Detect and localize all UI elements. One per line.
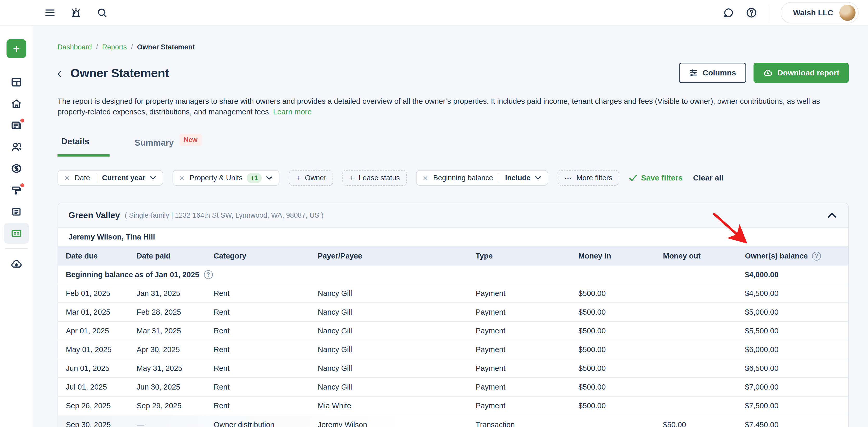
col-date-paid[interactable]: Date paid [136, 252, 214, 260]
document-icon [11, 206, 22, 218]
cell-date-paid: May 31, 2025 [136, 364, 214, 373]
cell-category: Rent [214, 383, 318, 391]
filter-beginning-balance[interactable]: × Beginning balance Include [416, 170, 548, 186]
alerts-siren-icon[interactable] [70, 7, 82, 19]
tab-summary[interactable]: SummaryNew [134, 138, 202, 156]
cell-category: Rent [214, 308, 318, 317]
filters-bar: × Date Current year × Property & Units +… [58, 170, 849, 186]
col-money-out[interactable]: Money out [663, 252, 745, 260]
cell-date-paid: Mar 31, 2025 [136, 327, 214, 335]
col-money-in[interactable]: Money in [579, 252, 663, 260]
cell-type: Payment [476, 289, 579, 298]
chip-divider [499, 173, 499, 182]
more-filters-button[interactable]: ⋯ More filters [558, 170, 619, 186]
cell-category: Rent [214, 346, 318, 354]
table-row[interactable]: Sep 26, 2025 Sep 29, 2025 Rent Mia White… [58, 397, 848, 415]
chat-icon[interactable] [723, 7, 734, 19]
cell-date-paid: Feb 28, 2025 [136, 308, 214, 317]
property-header[interactable]: Green Valley ( Single-family | 1232 164t… [58, 203, 848, 228]
table-row[interactable]: Feb 01, 2025 Jan 31, 2025 Rent Nancy Gil… [58, 284, 848, 303]
cell-balance: $7,500.00 [745, 401, 848, 410]
filter-property-units[interactable]: × Property & Units +1 [173, 170, 279, 186]
sidebar-item-downloads[interactable] [4, 253, 29, 274]
col-date-due[interactable]: Date due [66, 252, 136, 260]
table-header-row: Date due Date paid Category Payer/Payee … [58, 247, 848, 265]
col-payer-payee[interactable]: Payer/Payee [318, 252, 476, 260]
home-icon [10, 98, 22, 110]
cell-type: Payment [476, 383, 579, 391]
tab-details[interactable]: Details [58, 136, 110, 157]
hamburger-menu-icon[interactable] [44, 7, 56, 19]
collapse-button[interactable] [826, 209, 838, 221]
cell-balance: $4,500.00 [745, 289, 848, 298]
back-button[interactable]: ‹ [58, 65, 61, 80]
filter-date-value: Current year [102, 174, 146, 182]
more-filters-label: More filters [576, 174, 612, 182]
chip-divider [96, 173, 96, 182]
remove-filter-icon[interactable]: × [64, 173, 69, 182]
sidebar-item-documents[interactable] [4, 201, 29, 222]
property-name: Green Valley [68, 210, 120, 220]
col-type[interactable]: Type [476, 252, 579, 260]
table-row[interactable]: Apr 01, 2025 Mar 31, 2025 Rent Nancy Gil… [58, 322, 848, 340]
filter-property-count-badge: +1 [247, 173, 262, 183]
sidebar-item-reports[interactable] [4, 223, 29, 244]
cell-date-due: Sep 26, 2025 [66, 401, 136, 410]
check-icon [629, 174, 638, 182]
sidebar-item-maintenance[interactable] [4, 179, 29, 201]
col-owners-balance[interactable]: Owner(s) balance ? [745, 252, 848, 261]
cell-balance: $7,450.00 [745, 421, 848, 427]
filter-date[interactable]: × Date Current year [58, 170, 163, 186]
search-icon[interactable] [96, 7, 108, 19]
breadcrumb-dashboard[interactable]: Dashboard [58, 43, 92, 51]
beginning-balance-help-icon[interactable]: ? [204, 270, 213, 279]
chevron-up-icon [827, 212, 837, 219]
description-text: The report is designed for property mana… [58, 97, 820, 116]
cell-payer: Mia White [318, 401, 476, 410]
learn-more-link[interactable]: Learn more [273, 108, 312, 116]
sidebar-item-news[interactable] [4, 114, 29, 136]
beginning-balance-label: Beginning balance as of Jan 01, 2025 [66, 270, 199, 279]
chevron-down-icon [535, 176, 541, 180]
remove-filter-icon[interactable]: × [423, 173, 428, 182]
cell-type: Payment [476, 346, 579, 354]
account-menu[interactable]: Walsh LLC [781, 2, 859, 24]
sidebar-divider [5, 248, 28, 249]
page-title: Owner Statement [70, 66, 169, 80]
chevron-down-icon [150, 176, 156, 180]
cell-date-due: Jul 01, 2025 [66, 383, 136, 391]
download-button-label: Download report [777, 68, 839, 77]
cell-category: Rent [214, 289, 318, 298]
topbar-divider [769, 4, 769, 21]
breadcrumb-reports[interactable]: Reports [102, 43, 127, 51]
sidebar-item-home[interactable] [4, 93, 29, 114]
cell-payer: Jeremy Wilson [318, 421, 476, 427]
remove-filter-icon[interactable]: × [179, 173, 184, 182]
cell-balance: $5,000.00 [745, 308, 848, 317]
clear-all-button[interactable]: Clear all [693, 173, 723, 182]
sidebar-item-people[interactable] [4, 136, 29, 158]
help-icon[interactable] [746, 7, 757, 19]
sidebar-item-accounting[interactable] [4, 158, 29, 179]
save-filters-button[interactable]: Save filters [629, 173, 683, 182]
balance-help-icon[interactable]: ? [812, 252, 821, 261]
columns-button[interactable]: Columns [679, 63, 746, 83]
filter-add-lease-status[interactable]: + Lease status [342, 170, 407, 186]
table-row[interactable]: Jul 01, 2025 Jun 30, 2025 Rent Nancy Gil… [58, 378, 848, 397]
table-row[interactable]: Sep 30, 2025 — Owner distribution Jeremy… [58, 415, 848, 427]
sidebar-item-dashboard[interactable] [4, 71, 29, 93]
add-button[interactable]: + [6, 39, 26, 58]
account-name: Walsh LLC [793, 8, 833, 17]
table-row[interactable]: Jun 01, 2025 May 31, 2025 Rent Nancy Gil… [58, 359, 848, 378]
cell-type: Payment [476, 308, 579, 317]
col-category[interactable]: Category [214, 252, 318, 260]
table-row[interactable]: May 01, 2025 Apr 30, 2025 Rent Nancy Gil… [58, 340, 848, 359]
breadcrumb: Dashboard / Reports / Owner Statement [58, 26, 849, 51]
filter-property-label: Property & Units [189, 174, 243, 182]
download-report-button[interactable]: Download report [753, 63, 849, 83]
filter-add-owner[interactable]: + Owner [289, 170, 333, 186]
table-row[interactable]: Mar 01, 2025 Feb 28, 2025 Rent Nancy Gil… [58, 303, 848, 322]
filter-owner-label: Owner [305, 174, 326, 182]
cell-payer: Nancy Gill [318, 308, 476, 317]
property-meta: ( Single-family | 1232 164th St SW, Lynn… [125, 211, 323, 220]
